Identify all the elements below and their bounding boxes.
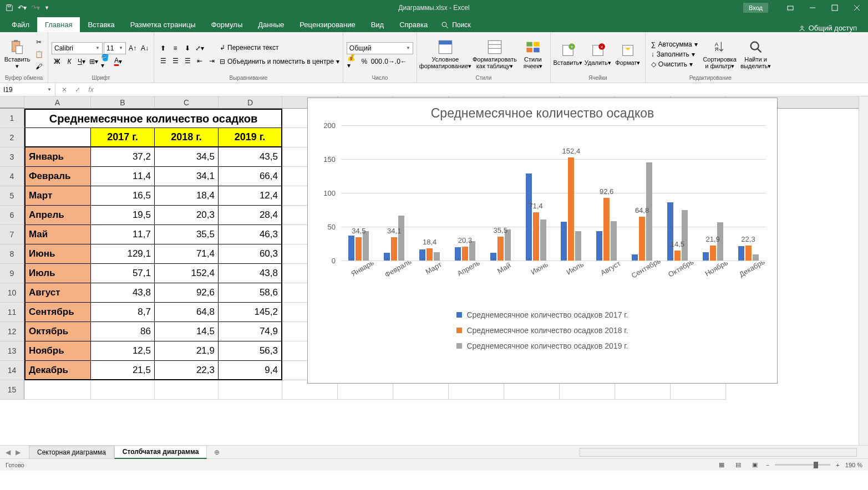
sheet-nav-next-icon[interactable]: ▶	[16, 448, 23, 456]
find-select-button[interactable]: Найти и выделить▾	[740, 34, 772, 74]
cell[interactable]: 56,3	[219, 341, 282, 361]
cell[interactable]: Сентябрь	[24, 303, 91, 322]
cell[interactable]: 43,8	[91, 283, 155, 303]
conditional-formatting-button[interactable]: Условное форматирование▾	[420, 34, 470, 74]
align-right-button[interactable]: ☰	[182, 55, 193, 67]
cell[interactable]: 19,5	[91, 206, 155, 225]
tab-review[interactable]: Рецензирование	[292, 17, 363, 32]
cell[interactable]: 11,7	[91, 225, 155, 244]
row-header[interactable]: 8	[0, 244, 24, 264]
italic-button[interactable]: К	[64, 56, 75, 67]
row-header[interactable]: 3	[0, 147, 24, 167]
fill-color-button[interactable]: 🪣▾	[100, 56, 111, 67]
horizontal-scrollbar[interactable]	[580, 448, 857, 457]
cell[interactable]: 8,7	[91, 303, 155, 322]
cell[interactable]: 16,5	[91, 186, 155, 206]
decrease-indent-button[interactable]: ⇤	[194, 55, 205, 67]
cell[interactable]: Апрель	[24, 206, 91, 225]
cell[interactable]: 92,6	[155, 283, 219, 303]
cell[interactable]: Декабрь	[24, 361, 91, 380]
name-box[interactable]: I19 ▼	[0, 83, 55, 96]
enter-formula-icon[interactable]: ✓	[73, 85, 82, 94]
cell[interactable]: 14,5	[155, 322, 219, 341]
align-center-button[interactable]: ☰	[170, 55, 181, 67]
copy-button[interactable]: 📋	[33, 49, 44, 60]
cell[interactable]: 58,6	[219, 283, 282, 303]
cell[interactable]: 18,4	[155, 186, 219, 206]
cell[interactable]: 20,3	[155, 206, 219, 225]
tab-home[interactable]: Главная	[37, 17, 80, 32]
align-left-button[interactable]: ☰	[158, 55, 169, 67]
signin-button[interactable]: Вход	[743, 3, 768, 13]
cell[interactable]: 64,8	[155, 303, 219, 322]
cell[interactable]: 129,1	[91, 244, 155, 264]
cell[interactable]: Июль	[24, 264, 91, 283]
cell[interactable]: 60,3	[219, 244, 282, 264]
cell[interactable]: 12,5	[91, 341, 155, 361]
cell[interactable]: 21,9	[155, 341, 219, 361]
cell[interactable]: Ноябрь	[24, 341, 91, 361]
cell[interactable]: Август	[24, 283, 91, 303]
font-size-combo[interactable]: 11▼	[104, 42, 126, 54]
align-middle-button[interactable]: ≡	[170, 43, 181, 54]
tab-view[interactable]: Вид	[363, 17, 392, 32]
redo-icon[interactable]: ↷▾	[31, 4, 40, 12]
fill-button[interactable]: ↓ Заполнить ▾	[649, 49, 700, 59]
cell[interactable]: 86	[91, 322, 155, 341]
maximize-icon[interactable]	[824, 0, 846, 16]
cell[interactable]: 57,1	[91, 264, 155, 283]
cell[interactable]: Июнь	[24, 244, 91, 264]
format-painter-button[interactable]: 🖌	[33, 61, 44, 72]
col-header-A[interactable]: A	[24, 96, 91, 108]
tab-page-layout[interactable]: Разметка страницы	[123, 17, 204, 32]
minimize-icon[interactable]	[801, 0, 824, 16]
cell[interactable]: 9,4	[219, 361, 282, 380]
row-header[interactable]: 12	[0, 322, 24, 341]
row-header[interactable]: 13	[0, 341, 24, 361]
border-button[interactable]: ⊞▾	[88, 56, 99, 67]
clear-button[interactable]: ◇ Очистить ▾	[649, 59, 700, 69]
cell[interactable]: 43,5	[219, 147, 282, 167]
orientation-button[interactable]: ⤢▾	[194, 43, 205, 54]
cell[interactable]: Февраль	[24, 167, 91, 186]
normal-view-icon[interactable]: ▦	[716, 461, 727, 469]
accounting-button[interactable]: 💰▾	[347, 56, 358, 67]
tab-insert[interactable]: Вставка	[80, 17, 122, 32]
tab-help[interactable]: Справка	[392, 17, 435, 32]
ribbon-display-icon[interactable]	[779, 0, 801, 16]
sheet-tab-1[interactable]: Столбчатая диаграмма	[114, 445, 207, 459]
align-top-button[interactable]: ⬆	[158, 43, 169, 54]
cell[interactable]: 2018 г.	[155, 128, 219, 147]
search-box[interactable]: Поиск	[435, 18, 476, 32]
chart-object[interactable]: Среднемесячное количество осадков 050100…	[307, 98, 778, 384]
cell[interactable]: 74,9	[219, 322, 282, 341]
cell[interactable]	[155, 380, 219, 400]
qat-customize-icon[interactable]: ▼	[44, 5, 49, 11]
cell[interactable]: 66,4	[219, 167, 282, 186]
cell[interactable]: 145,2	[219, 303, 282, 322]
wrap-text-button[interactable]: ↲ Перенести текст	[220, 42, 339, 54]
cell[interactable]	[219, 380, 282, 400]
vertical-scrollbar[interactable]	[859, 96, 868, 445]
cell[interactable]	[91, 380, 155, 400]
cell[interactable]: 2019 г.	[219, 128, 282, 147]
row-header[interactable]: 5	[0, 186, 24, 206]
col-header-C[interactable]: C	[155, 96, 219, 108]
sort-filter-button[interactable]: АЯ Сортировка и фильтр▾	[702, 34, 738, 74]
delete-cells-button[interactable]: × Удалить▾	[584, 34, 612, 74]
comma-button[interactable]: 000	[371, 56, 382, 67]
row-header[interactable]: 4	[0, 167, 24, 186]
fx-icon[interactable]: fx	[87, 85, 95, 94]
row-header[interactable]: 14	[0, 361, 24, 380]
cell[interactable]: 28,4	[219, 206, 282, 225]
share-button[interactable]: Общий доступ	[787, 24, 868, 32]
tab-data[interactable]: Данные	[250, 17, 292, 32]
format-cells-button[interactable]: Формат▾	[614, 34, 642, 74]
increase-indent-button[interactable]: ⇥	[206, 55, 217, 67]
cell[interactable]: 34,5	[155, 147, 219, 167]
cancel-formula-icon[interactable]: ✕	[60, 85, 69, 94]
row-header[interactable]: 15	[0, 380, 24, 400]
tab-file[interactable]: Файл	[4, 17, 37, 32]
cell-styles-button[interactable]: Стили ячеек▾	[519, 34, 547, 74]
underline-button[interactable]: Ч▾	[76, 56, 87, 67]
